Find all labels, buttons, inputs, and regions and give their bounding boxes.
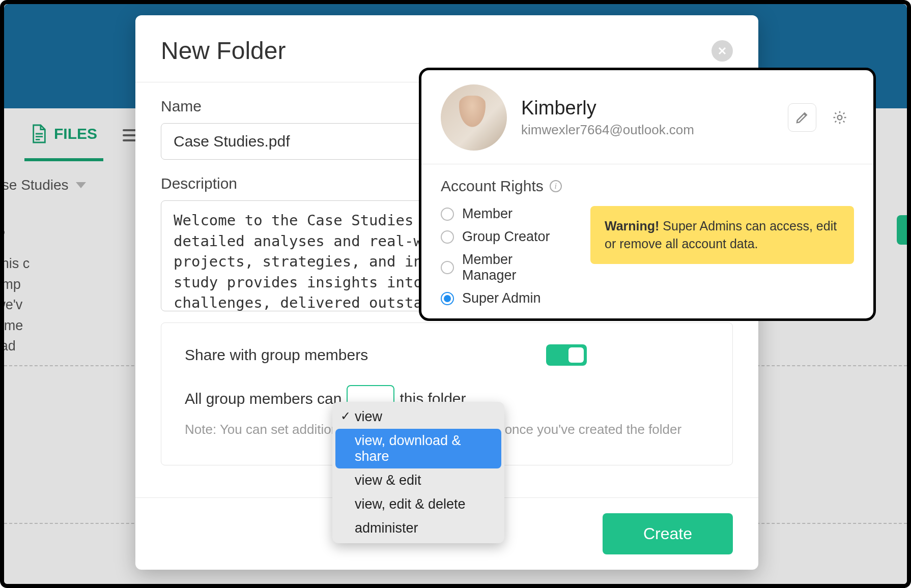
rights-option-label: Member Manager [462, 252, 570, 283]
account-rights-label: Account Rights [441, 178, 544, 195]
account-rights-title: Account Rights i [441, 178, 854, 195]
warning-bold: Warning! [605, 219, 659, 233]
rights-option-label: Group Creator [462, 229, 550, 245]
modal-title: New Folder [161, 37, 286, 65]
rights-option[interactable]: Member [441, 206, 570, 222]
permission-option[interactable]: view & edit [335, 468, 501, 492]
permission-option[interactable]: administer [335, 516, 501, 540]
rights-option[interactable]: Super Admin [441, 290, 570, 306]
create-button[interactable]: Create [603, 513, 733, 554]
user-rights-panel: Kimberly kimwexler7664@outlook.com Accou… [419, 68, 876, 321]
radio-icon [441, 292, 454, 305]
svg-point-0 [838, 115, 842, 120]
permission-option[interactable]: view, download & share [335, 429, 501, 468]
pencil-icon [794, 110, 810, 125]
rights-option[interactable]: Group Creator [441, 229, 570, 245]
edit-user-button[interactable] [788, 103, 816, 132]
user-email: kimwexler7664@outlook.com [521, 122, 694, 138]
close-icon [717, 46, 727, 56]
toggle-knob [568, 347, 584, 363]
user-name: Kimberly [521, 97, 694, 119]
rights-options: MemberGroup CreatorMember ManagerSuper A… [441, 206, 570, 306]
rights-option[interactable]: Member Manager [441, 252, 570, 283]
radio-icon [441, 261, 454, 274]
radio-icon [441, 208, 454, 221]
permission-dropdown: viewview, download & shareview & editvie… [332, 402, 504, 543]
avatar [441, 84, 507, 151]
warning-banner: Warning! Super Admins can access, edit o… [590, 206, 854, 264]
permission-option[interactable]: view, edit & delete [335, 492, 501, 516]
close-button[interactable] [711, 40, 733, 62]
share-toggle[interactable] [546, 344, 587, 366]
perm-prefix: All group members can [185, 390, 341, 407]
info-icon[interactable]: i [550, 180, 562, 192]
radio-icon [441, 230, 454, 244]
share-label: Share with group members [185, 346, 368, 364]
rights-option-label: Member [462, 206, 513, 222]
permission-option[interactable]: view [335, 405, 501, 429]
divider [421, 164, 873, 164]
rights-option-label: Super Admin [462, 290, 541, 306]
settings-button[interactable] [825, 103, 854, 132]
gear-icon [832, 110, 847, 125]
